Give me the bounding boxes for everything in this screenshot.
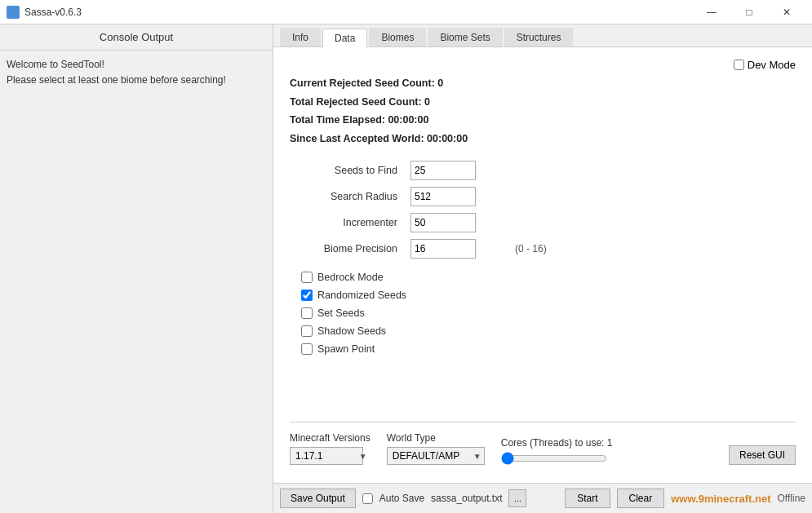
offline-status: Offline [778, 493, 805, 504]
close-button[interactable]: ✕ [768, 0, 805, 24]
output-filename: sassa_output.txt [431, 493, 502, 504]
biome-precision-label: Biome Precision [290, 243, 404, 254]
tab-biome-sets[interactable]: Biome Sets [428, 28, 502, 46]
minimize-button[interactable]: — [693, 0, 730, 24]
cores-group: Cores (Threads) to use: 1 [501, 437, 613, 465]
search-radius-label: Search Radius [290, 191, 404, 202]
auto-save-checkbox[interactable] [362, 493, 373, 504]
left-panel: Console Output Welcome to SeedTool! Plea… [0, 24, 273, 513]
console-line-1: Welcome to SeedTool! [7, 57, 266, 73]
clear-button[interactable]: Clear [617, 489, 665, 508]
minecraft-versions-group: Minecraft Versions 1.17.1 1.16.5 1.18 ▼ [290, 432, 371, 465]
world-type-wrapper: DEFAULT/AMP DEFAULT FLAT AMPLIFIED ▼ [387, 447, 485, 465]
slider-row [501, 452, 613, 465]
console-output: Welcome to SeedTool! Please select at le… [0, 51, 273, 513]
save-output-button[interactable]: Save Output [280, 489, 356, 508]
dev-mode-label: Dev Mode [748, 59, 796, 71]
tab-data[interactable]: Data [322, 29, 367, 47]
cores-slider[interactable] [501, 452, 607, 465]
right-panel: Info Data Biomes Biome Sets Structures D… [273, 24, 812, 513]
spawn-point-row: Spawn Point [298, 343, 796, 355]
bedrock-mode-row: Bedrock Mode [298, 272, 796, 283]
set-seeds-label: Set Seeds [317, 307, 365, 319]
maximize-button[interactable]: □ [730, 0, 768, 24]
bedrock-mode-label: Bedrock Mode [317, 272, 384, 283]
main-layout: Console Output Welcome to SeedTool! Plea… [0, 24, 812, 513]
cores-label: Cores (Threads) to use: 1 [501, 437, 613, 449]
incrementer-input[interactable] [410, 213, 476, 232]
title-controls: — □ ✕ [693, 0, 805, 24]
spawn-point-label: Spawn Point [317, 343, 375, 355]
app-icon [7, 6, 20, 19]
checkbox-section: Bedrock Mode Randomized Seeds Set Seeds … [290, 272, 796, 355]
content-area: Dev Mode Current Rejected Seed Count: 0 … [273, 47, 812, 483]
form-grid: Seeds to Find Search Radius Incrementer … [290, 161, 796, 259]
top-right-row: Dev Mode [290, 59, 796, 71]
world-type-label: World Type [387, 432, 485, 444]
browse-button[interactable]: … [508, 489, 526, 507]
dev-mode-row: Dev Mode [734, 59, 796, 71]
auto-save-label: Auto Save [379, 493, 424, 504]
stat-time-elapsed: Total Time Elapsed: 00:00:00 [290, 111, 796, 130]
tab-bar: Info Data Biomes Biome Sets Structures [273, 24, 812, 47]
spawn-point-checkbox[interactable] [301, 343, 313, 355]
randomized-seeds-label: Randomized Seeds [317, 290, 406, 301]
title-bar-left: Sassa-v0.6.3 [7, 6, 82, 19]
incrementer-label: Incrementer [290, 217, 404, 228]
minecraft-versions-wrapper: 1.17.1 1.16.5 1.18 ▼ [290, 447, 371, 465]
reset-gui-button[interactable]: Reset GUI [729, 445, 796, 465]
bottom-section: Minecraft Versions 1.17.1 1.16.5 1.18 ▼ [290, 422, 796, 471]
stat-last-accepted: Since Last Accepted World: 00:00:00 [290, 130, 796, 148]
stat-current-rejected: Current Rejected Seed Count: 0 [290, 74, 796, 93]
shadow-seeds-checkbox[interactable] [301, 325, 313, 337]
shadow-seeds-label: Shadow Seeds [317, 325, 386, 337]
tab-structures[interactable]: Structures [504, 28, 574, 46]
stat-total-rejected: Total Rejected Seed Count: 0 [290, 93, 796, 112]
tab-biomes[interactable]: Biomes [369, 28, 426, 46]
biome-precision-input[interactable] [410, 239, 476, 259]
console-header: Console Output [0, 24, 273, 51]
watermark-text: www.9minecraft.net [671, 493, 770, 505]
biome-precision-hint: (0 - 16) [515, 243, 796, 254]
seeds-to-find-label: Seeds to Find [290, 165, 404, 176]
title-text: Sassa-v0.6.3 [24, 7, 82, 18]
tab-info[interactable]: Info [280, 28, 321, 46]
shadow-seeds-row: Shadow Seeds [298, 325, 796, 337]
bottom-controls: Minecraft Versions 1.17.1 1.16.5 1.18 ▼ [290, 432, 796, 465]
world-type-select[interactable]: DEFAULT/AMP DEFAULT FLAT AMPLIFIED [387, 447, 485, 465]
console-line-2: Please select at least one biome before … [7, 73, 266, 88]
seeds-to-find-input[interactable] [410, 161, 476, 180]
world-type-group: World Type DEFAULT/AMP DEFAULT FLAT AMPL… [387, 432, 485, 465]
minecraft-versions-label: Minecraft Versions [290, 432, 371, 444]
start-button[interactable]: Start [565, 489, 610, 508]
randomized-seeds-checkbox[interactable] [301, 290, 313, 301]
dev-mode-checkbox[interactable] [734, 60, 744, 70]
stats-block: Current Rejected Seed Count: 0 Total Rej… [290, 74, 796, 148]
set-seeds-row: Set Seeds [298, 307, 796, 319]
footer-bar: Save Output Auto Save sassa_output.txt …… [273, 483, 812, 513]
search-radius-input[interactable] [410, 187, 476, 206]
randomized-seeds-row: Randomized Seeds [298, 290, 796, 301]
title-bar: Sassa-v0.6.3 — □ ✕ [0, 0, 812, 24]
bedrock-mode-checkbox[interactable] [301, 272, 313, 283]
set-seeds-checkbox[interactable] [301, 307, 313, 319]
minecraft-versions-select[interactable]: 1.17.1 1.16.5 1.18 [290, 447, 363, 465]
